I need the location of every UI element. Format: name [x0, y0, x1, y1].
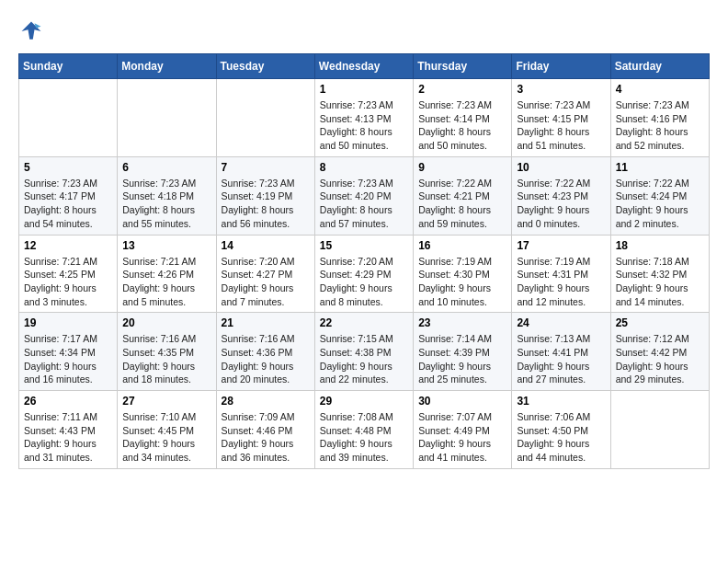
calendar-cell: 3Sunrise: 7:23 AM Sunset: 4:15 PM Daylig…: [512, 79, 610, 157]
calendar-cell: 7Sunrise: 7:23 AM Sunset: 4:19 PM Daylig…: [216, 156, 314, 235]
day-number: 12: [24, 239, 112, 252]
day-number: 27: [122, 395, 210, 408]
cell-info: Sunrise: 7:19 AM Sunset: 4:30 PM Dayligh…: [418, 255, 506, 309]
cell-info: Sunrise: 7:23 AM Sunset: 4:13 PM Dayligh…: [320, 98, 408, 153]
cell-info: Sunrise: 7:20 AM Sunset: 4:29 PM Dayligh…: [320, 255, 408, 309]
day-number: 29: [320, 395, 408, 408]
day-number: 9: [418, 161, 506, 174]
cell-info: Sunrise: 7:23 AM Sunset: 4:14 PM Dayligh…: [418, 98, 506, 153]
calendar-cell: 18Sunrise: 7:18 AM Sunset: 4:32 PM Dayli…: [610, 235, 709, 313]
cell-info: Sunrise: 7:14 AM Sunset: 4:39 PM Dayligh…: [418, 332, 506, 386]
day-number: 25: [616, 316, 704, 329]
day-number: 30: [418, 395, 506, 408]
calendar-cell: 6Sunrise: 7:23 AM Sunset: 4:18 PM Daylig…: [118, 156, 216, 235]
day-number: 19: [24, 316, 112, 329]
cell-info: Sunrise: 7:16 AM Sunset: 4:35 PM Dayligh…: [122, 332, 210, 386]
day-number: 8: [320, 161, 408, 174]
col-header-sunday: Sunday: [19, 54, 118, 79]
cell-info: Sunrise: 7:21 AM Sunset: 4:25 PM Dayligh…: [24, 255, 112, 309]
calendar-cell: [118, 79, 216, 157]
cell-info: Sunrise: 7:18 AM Sunset: 4:32 PM Dayligh…: [616, 255, 704, 309]
calendar-cell: 14Sunrise: 7:20 AM Sunset: 4:27 PM Dayli…: [216, 235, 314, 313]
cell-info: Sunrise: 7:12 AM Sunset: 4:42 PM Dayligh…: [616, 332, 704, 386]
calendar-cell: 15Sunrise: 7:20 AM Sunset: 4:29 PM Dayli…: [314, 235, 413, 313]
col-header-thursday: Thursday: [414, 54, 512, 79]
calendar-cell: 10Sunrise: 7:22 AM Sunset: 4:23 PM Dayli…: [512, 156, 610, 235]
cell-info: Sunrise: 7:11 AM Sunset: 4:43 PM Dayligh…: [24, 410, 112, 465]
calendar-cell: 23Sunrise: 7:14 AM Sunset: 4:39 PM Dayli…: [414, 313, 512, 391]
day-number: 20: [122, 316, 210, 329]
calendar-cell: 24Sunrise: 7:13 AM Sunset: 4:41 PM Dayli…: [512, 313, 610, 391]
calendar-cell: 1Sunrise: 7:23 AM Sunset: 4:13 PM Daylig…: [314, 79, 413, 157]
day-number: 31: [517, 395, 605, 408]
logo: [18, 18, 48, 44]
calendar-cell: 17Sunrise: 7:19 AM Sunset: 4:31 PM Dayli…: [512, 235, 610, 313]
calendar-cell: 4Sunrise: 7:23 AM Sunset: 4:16 PM Daylig…: [610, 79, 709, 157]
calendar-week-row: 5Sunrise: 7:23 AM Sunset: 4:17 PM Daylig…: [19, 156, 710, 235]
calendar-cell: 25Sunrise: 7:12 AM Sunset: 4:42 PM Dayli…: [610, 313, 709, 391]
cell-info: Sunrise: 7:23 AM Sunset: 4:19 PM Dayligh…: [222, 177, 310, 231]
cell-info: Sunrise: 7:13 AM Sunset: 4:41 PM Dayligh…: [517, 332, 605, 386]
calendar-cell: 2Sunrise: 7:23 AM Sunset: 4:14 PM Daylig…: [414, 79, 512, 157]
day-number: 15: [320, 239, 408, 252]
cell-info: Sunrise: 7:23 AM Sunset: 4:15 PM Dayligh…: [517, 98, 605, 153]
day-number: 4: [616, 83, 704, 96]
calendar-cell: 5Sunrise: 7:23 AM Sunset: 4:17 PM Daylig…: [19, 156, 118, 235]
calendar-cell: 27Sunrise: 7:10 AM Sunset: 4:45 PM Dayli…: [118, 391, 216, 469]
col-header-tuesday: Tuesday: [216, 54, 314, 79]
calendar-header-row: SundayMondayTuesdayWednesdayThursdayFrid…: [19, 54, 710, 79]
calendar-cell: 29Sunrise: 7:08 AM Sunset: 4:48 PM Dayli…: [314, 391, 413, 469]
day-number: 11: [616, 161, 704, 174]
day-number: 18: [616, 239, 704, 252]
day-number: 16: [418, 239, 506, 252]
cell-info: Sunrise: 7:22 AM Sunset: 4:24 PM Dayligh…: [616, 177, 704, 231]
day-number: 28: [222, 395, 310, 408]
cell-info: Sunrise: 7:07 AM Sunset: 4:49 PM Dayligh…: [418, 410, 506, 465]
calendar-cell: 11Sunrise: 7:22 AM Sunset: 4:24 PM Dayli…: [610, 156, 709, 235]
calendar-week-row: 26Sunrise: 7:11 AM Sunset: 4:43 PM Dayli…: [19, 391, 710, 469]
cell-info: Sunrise: 7:23 AM Sunset: 4:16 PM Dayligh…: [616, 98, 704, 153]
cell-info: Sunrise: 7:08 AM Sunset: 4:48 PM Dayligh…: [320, 410, 408, 465]
calendar-cell: 20Sunrise: 7:16 AM Sunset: 4:35 PM Dayli…: [118, 313, 216, 391]
cell-info: Sunrise: 7:09 AM Sunset: 4:46 PM Dayligh…: [222, 410, 310, 465]
day-number: 5: [24, 161, 112, 174]
day-number: 1: [320, 83, 408, 96]
calendar-cell: 9Sunrise: 7:22 AM Sunset: 4:21 PM Daylig…: [414, 156, 512, 235]
calendar-cell: [19, 79, 118, 157]
day-number: 17: [517, 239, 605, 252]
cell-info: Sunrise: 7:22 AM Sunset: 4:21 PM Dayligh…: [418, 177, 506, 231]
calendar-week-row: 12Sunrise: 7:21 AM Sunset: 4:25 PM Dayli…: [19, 235, 710, 313]
col-header-wednesday: Wednesday: [314, 54, 413, 79]
cell-info: Sunrise: 7:15 AM Sunset: 4:38 PM Dayligh…: [320, 332, 408, 386]
calendar-cell: 19Sunrise: 7:17 AM Sunset: 4:34 PM Dayli…: [19, 313, 118, 391]
calendar-cell: [216, 79, 314, 157]
page-header: [18, 18, 710, 44]
calendar-cell: 31Sunrise: 7:06 AM Sunset: 4:50 PM Dayli…: [512, 391, 610, 469]
cell-info: Sunrise: 7:10 AM Sunset: 4:45 PM Dayligh…: [122, 410, 210, 465]
col-header-monday: Monday: [118, 54, 216, 79]
calendar-cell: [610, 391, 709, 469]
day-number: 6: [122, 161, 210, 174]
cell-info: Sunrise: 7:21 AM Sunset: 4:26 PM Dayligh…: [122, 255, 210, 309]
cell-info: Sunrise: 7:23 AM Sunset: 4:20 PM Dayligh…: [320, 177, 408, 231]
logo-icon: [18, 18, 44, 44]
day-number: 13: [122, 239, 210, 252]
calendar-table: SundayMondayTuesdayWednesdayThursdayFrid…: [18, 53, 710, 469]
day-number: 24: [517, 316, 605, 329]
day-number: 2: [418, 83, 506, 96]
cell-info: Sunrise: 7:23 AM Sunset: 4:17 PM Dayligh…: [24, 177, 112, 231]
day-number: 14: [222, 239, 310, 252]
svg-marker-0: [22, 22, 41, 40]
calendar-cell: 8Sunrise: 7:23 AM Sunset: 4:20 PM Daylig…: [314, 156, 413, 235]
cell-info: Sunrise: 7:22 AM Sunset: 4:23 PM Dayligh…: [517, 177, 605, 231]
day-number: 21: [222, 316, 310, 329]
day-number: 10: [517, 161, 605, 174]
calendar-cell: 26Sunrise: 7:11 AM Sunset: 4:43 PM Dayli…: [19, 391, 118, 469]
calendar-week-row: 19Sunrise: 7:17 AM Sunset: 4:34 PM Dayli…: [19, 313, 710, 391]
day-number: 7: [222, 161, 310, 174]
cell-info: Sunrise: 7:06 AM Sunset: 4:50 PM Dayligh…: [517, 410, 605, 465]
calendar-cell: 12Sunrise: 7:21 AM Sunset: 4:25 PM Dayli…: [19, 235, 118, 313]
col-header-friday: Friday: [512, 54, 610, 79]
cell-info: Sunrise: 7:19 AM Sunset: 4:31 PM Dayligh…: [517, 255, 605, 309]
day-number: 23: [418, 316, 506, 329]
